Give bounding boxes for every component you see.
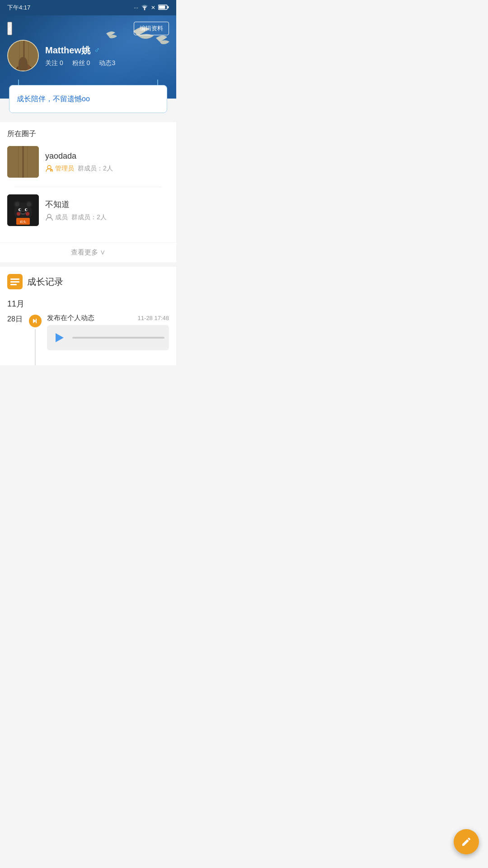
profile-info: Matthew姚 ♂ 关注 0 粉丝 0 动态3: [45, 44, 169, 67]
circles-section: 所在圈子 yaodada ★ 管理员: [0, 122, 176, 242]
admin-label: 管理员: [55, 165, 74, 173]
wifi-icon: [141, 4, 148, 12]
back-button[interactable]: ‹: [7, 22, 12, 35]
svg-point-25: [19, 209, 21, 211]
view-more-button[interactable]: 查看更多 ∨: [0, 243, 176, 262]
circles-title: 所在圈子: [7, 129, 169, 139]
follow-stat[interactable]: 关注 0: [45, 59, 63, 67]
circle-role-row-1: ★ 管理员 群成员：2人: [45, 165, 169, 173]
post-location: 发布在个人动态: [47, 314, 94, 322]
circle-item-1[interactable]: yaodada ★ 管理员 群成员：2人: [7, 146, 169, 178]
play-triangle-icon: [56, 333, 64, 342]
circle-name-2: 不知道: [45, 199, 169, 210]
circle-thumb-1: [7, 146, 39, 178]
growth-icon: [7, 274, 23, 289]
svg-point-22: [27, 202, 31, 207]
close-icon: ✕: [151, 5, 155, 11]
svg-rect-3: [159, 5, 165, 9]
circle-role-row-2: 成员 群成员：2人: [45, 213, 169, 222]
post-media: [47, 325, 169, 350]
svg-point-27: [20, 211, 26, 215]
post-block: 发布在个人动态 11-28 17:48: [47, 314, 169, 365]
profile-name: Matthew姚: [45, 44, 90, 57]
battery-icon: [158, 5, 169, 11]
audio-progress-bar[interactable]: [72, 337, 164, 339]
profile-name-row: Matthew姚 ♂: [45, 44, 169, 57]
svg-point-28: [21, 212, 23, 213]
posts-stat[interactable]: 动态3: [99, 59, 115, 67]
month-label: 11月: [0, 297, 176, 314]
svg-rect-36: [10, 281, 19, 283]
svg-rect-2: [168, 6, 169, 8]
post-time: 11-28 17:48: [138, 315, 169, 321]
member-role-icon: 成员: [45, 213, 68, 222]
timeline-bar: [35, 329, 36, 365]
status-icons: ··· ✕: [134, 4, 169, 12]
svg-point-0: [144, 9, 145, 10]
edit-profile-button[interactable]: 编辑资料: [134, 22, 169, 35]
member-label: 成员: [55, 213, 68, 222]
post-header: 发布在个人动态 11-28 17:48: [47, 314, 169, 322]
bio-text: 成长陪伴，不留遗憾oo: [17, 94, 160, 104]
profile-row: Matthew姚 ♂ 关注 0 粉丝 0 动态3: [7, 40, 169, 71]
circle-thumb-2: 砖头: [7, 194, 39, 226]
status-bar: 下午4:17 ··· ✕: [0, 0, 176, 15]
growth-section: 成长记录 11月 28日 发布在个人动态 11-28 17:48: [0, 267, 176, 365]
svg-point-31: [26, 212, 29, 216]
timeline-dot: [29, 315, 42, 327]
growth-title: 成长记录: [27, 276, 63, 288]
member-count-2: 群成员：2人: [71, 213, 107, 222]
play-button[interactable]: [52, 330, 68, 346]
circle-name-1: yaodada: [45, 151, 169, 161]
circle-item-2[interactable]: 砖头 不知道 成员 群成员：2人: [7, 194, 169, 226]
status-time: 下午4:17: [7, 4, 30, 12]
day-label: 28日: [7, 314, 23, 365]
circle-info-1: yaodada ★ 管理员 群成员：2人: [45, 151, 169, 173]
member-count-1: 群成员：2人: [78, 165, 113, 173]
avatar: [7, 40, 39, 71]
svg-point-30: [17, 212, 20, 216]
growth-header: 成长记录: [0, 267, 176, 297]
profile-stats: 关注 0 粉丝 0 动态3: [45, 59, 169, 67]
signal-icon: ···: [134, 5, 138, 11]
svg-point-26: [26, 209, 28, 211]
admin-role-icon: ★ 管理员: [45, 165, 74, 173]
fans-stat[interactable]: 粉丝 0: [72, 59, 90, 67]
svg-text:砖头: 砖头: [19, 220, 26, 224]
timeline-row: 28日 发布在个人动态 11-28 17:48: [7, 314, 169, 365]
circle-info-2: 不知道 成员 群成员：2人: [45, 199, 169, 222]
svg-rect-35: [10, 278, 19, 280]
svg-point-29: [23, 212, 25, 213]
timeline-line: [29, 314, 42, 365]
svg-point-21: [15, 202, 19, 207]
gender-icon: ♂: [94, 46, 100, 55]
svg-rect-37: [10, 284, 17, 285]
avatar-image: [8, 41, 38, 71]
bio-section: 成长陪伴，不留遗憾oo: [9, 85, 167, 113]
timeline-section: 28日 发布在个人动态 11-28 17:48: [0, 314, 176, 365]
